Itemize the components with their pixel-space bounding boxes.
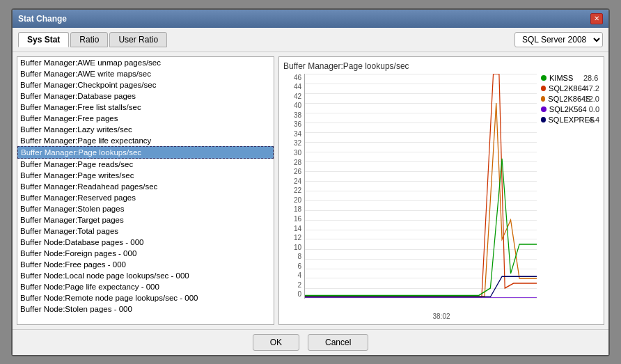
legend-value: 28.6 <box>583 74 598 82</box>
list-item[interactable]: Buffer Manager:Page lookups/sec <box>17 146 274 159</box>
legend-color-dot <box>541 75 547 81</box>
legend-item: SQL2K864S12.0 <box>541 95 599 103</box>
y-axis-label: 14 <box>294 225 301 232</box>
y-axis-label: 8 <box>297 253 301 260</box>
list-item[interactable]: Buffer Manager:Free pages <box>17 113 274 124</box>
y-axis-label: 10 <box>294 244 301 251</box>
y-axis-label: 20 <box>294 196 301 204</box>
window-title: Stat Change <box>18 14 67 24</box>
legend-value: 0.0 <box>589 105 599 113</box>
legend-item: SQL2K86447.2 <box>541 84 599 93</box>
legend-color-dot <box>541 117 546 122</box>
list-item[interactable]: Buffer Manager:AWE write maps/sec <box>17 68 274 79</box>
grid-line <box>305 298 537 299</box>
y-axis-label: 44 <box>294 83 301 90</box>
y-axis-label: 32 <box>294 139 301 147</box>
y-axis-label: 0 <box>297 290 301 298</box>
title-bar: Stat Change ✕ <box>13 10 608 28</box>
legend-panel: KIMSS28.6SQL2K86447.2SQL2K864S12.0SQL2K5… <box>537 74 599 299</box>
server-version-dropdown[interactable]: SQL Server 2005 SQL Server 2008 SQL Serv… <box>514 32 603 47</box>
chart-panel: Buffer Manager:Page lookups/sec 46444240… <box>278 56 604 325</box>
legend-color-dot <box>541 106 547 112</box>
y-axis-label: 42 <box>294 93 301 100</box>
tab-user-ratio[interactable]: User Ratio <box>109 32 167 47</box>
list-item[interactable]: Buffer Manager:Checkpoint pages/sec <box>17 79 274 90</box>
ok-button[interactable]: OK <box>253 334 299 351</box>
list-panel: Buffer Manager:AWE unmap pages/secBuffer… <box>17 56 274 325</box>
legend-color-dot <box>541 96 545 102</box>
chart-area: 4644424038363432302826242220181614121086… <box>283 74 599 299</box>
chart-title: Buffer Manager:Page lookups/sec <box>283 61 599 71</box>
legend-name: SQL2K864 <box>549 84 582 93</box>
y-axis-label: 40 <box>294 102 301 109</box>
list-item[interactable]: Buffer Node:Remote node page lookups/sec… <box>17 292 274 303</box>
y-axis-label: 30 <box>294 149 301 157</box>
chart-inner <box>304 74 537 299</box>
legend-value: 4.4 <box>589 116 599 124</box>
y-axis: 4644424038363432302826242220181614121086… <box>283 74 304 299</box>
y-axis-label: 36 <box>294 120 301 128</box>
list-item[interactable]: Buffer Manager:Total pages <box>17 225 274 237</box>
y-axis-label: 12 <box>294 234 301 242</box>
close-button[interactable]: ✕ <box>590 13 603 24</box>
main-window: Stat Change ✕ Sys Stat Ratio User Ratio … <box>11 8 610 356</box>
list-item[interactable]: Buffer Manager:Lazy writes/sec <box>17 124 274 135</box>
list-item[interactable]: Buffer Manager:Page life expectancy <box>17 135 274 146</box>
footer: OK Cancel <box>13 329 608 355</box>
list-item[interactable]: Buffer Node:Stolen pages - 000 <box>17 303 274 315</box>
list-item[interactable]: Buffer Node:Free pages - 000 <box>17 259 274 270</box>
legend-name: KIMSS <box>549 74 581 82</box>
content-area: Buffer Manager:AWE unmap pages/secBuffer… <box>13 52 608 329</box>
legend-name: SQLEXPRES <box>549 116 586 124</box>
y-axis-label: 28 <box>294 159 301 166</box>
list-item[interactable]: Buffer Manager:Page writes/sec <box>17 170 274 181</box>
list-item[interactable]: Buffer Node:Local node page lookups/sec … <box>17 270 274 281</box>
list-item[interactable]: Buffer Manager:Page reads/sec <box>17 159 274 170</box>
list-item[interactable]: Buffer Manager:Target pages <box>17 214 274 225</box>
y-axis-label: 22 <box>294 187 301 194</box>
legend-name: SQL2K864S <box>548 95 581 103</box>
legend-color-dot <box>541 86 546 91</box>
y-axis-label: 18 <box>294 205 301 213</box>
x-axis-label: 38:02 <box>283 312 599 320</box>
cancel-button[interactable]: Cancel <box>308 334 368 351</box>
legend-item: SQL2K5640.0 <box>541 105 599 113</box>
tab-sys-stat[interactable]: Sys Stat <box>18 32 69 47</box>
list-item[interactable]: Buffer Node:Foreign pages - 000 <box>17 248 274 259</box>
list-item[interactable]: Buffer Manager:AWE unmap pages/sec <box>17 57 274 68</box>
y-axis-label: 26 <box>294 168 301 175</box>
y-axis-label: 16 <box>294 215 301 223</box>
list-item[interactable]: Buffer Manager:Free list stalls/sec <box>17 102 274 113</box>
list-item[interactable]: Buffer Manager:Stolen pages <box>17 203 274 214</box>
y-axis-label: 46 <box>294 74 301 81</box>
y-axis-label: 2 <box>297 281 301 289</box>
legend-item: KIMSS28.6 <box>541 74 599 82</box>
tab-ratio[interactable]: Ratio <box>70 32 108 47</box>
y-axis-label: 6 <box>297 262 301 270</box>
y-axis-label: 34 <box>294 130 301 138</box>
legend-value: 47.2 <box>585 84 599 93</box>
list-item[interactable]: Buffer Manager:Reserved pages <box>17 192 274 203</box>
y-axis-label: 24 <box>294 177 301 185</box>
y-axis-label: 4 <box>297 271 301 279</box>
toolbar: Sys Stat Ratio User Ratio SQL Server 200… <box>13 28 608 52</box>
list-scroll[interactable]: Buffer Manager:AWE unmap pages/secBuffer… <box>17 57 274 324</box>
list-item[interactable]: Buffer Node:Database pages - 000 <box>17 237 274 248</box>
y-axis-label: 38 <box>294 111 301 119</box>
legend-item: SQLEXPRES4.4 <box>541 116 599 124</box>
list-item[interactable]: Buffer Manager:Database pages <box>17 90 274 102</box>
list-item[interactable]: Buffer Manager:Readahead pages/sec <box>17 181 274 192</box>
legend-value: 12.0 <box>585 95 599 103</box>
list-item[interactable]: Buffer Node:Page life expectancy - 000 <box>17 281 274 292</box>
legend-name: SQL2K564 <box>549 105 586 113</box>
